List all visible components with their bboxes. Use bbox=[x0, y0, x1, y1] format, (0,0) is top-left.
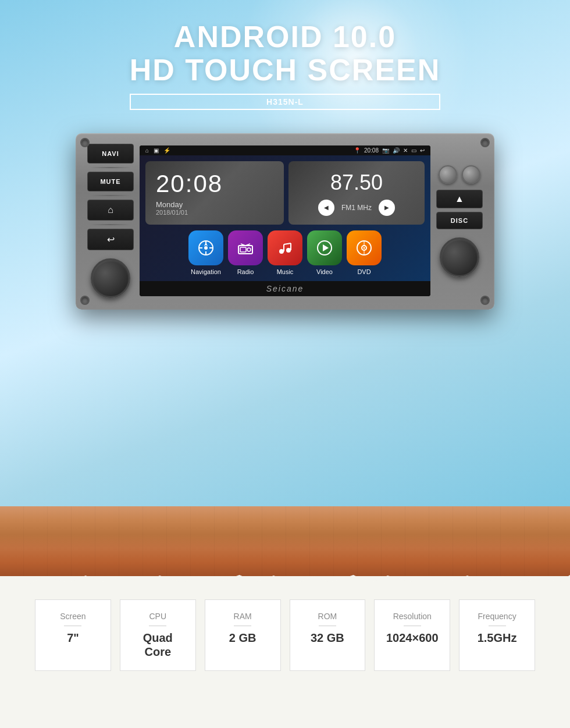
info-row: 20:08 Monday 2018/01/01 87.50 FM1 MHz bbox=[145, 161, 425, 225]
wood-surface bbox=[0, 506, 570, 576]
seicane-brand: Seicane bbox=[266, 284, 304, 293]
radio-next-button[interactable] bbox=[379, 200, 395, 216]
spec-rom-label: ROM bbox=[299, 612, 357, 621]
app-video[interactable]: Video bbox=[307, 230, 342, 275]
window-icon: ▭ bbox=[411, 147, 416, 154]
radio-controls: FM1 MHz bbox=[298, 200, 415, 216]
spec-screen-label: Screen bbox=[44, 612, 102, 621]
hero-title: ANDROID 10.0 HD TOUCH SCREEN H315N-L bbox=[130, 20, 441, 110]
spec-ram-value: 2 GB bbox=[214, 631, 272, 645]
clock-time: 20:08 bbox=[156, 170, 273, 198]
radio-icon-bg bbox=[228, 230, 263, 265]
svg-point-1 bbox=[204, 246, 208, 250]
spec-screen-value: 7" bbox=[44, 631, 102, 645]
close-icon: ✕ bbox=[403, 147, 408, 154]
spec-screen-divider bbox=[64, 626, 81, 626]
music-label: Music bbox=[277, 268, 294, 275]
mount-hole-bl bbox=[80, 296, 90, 305]
music-icon bbox=[276, 239, 294, 257]
knobs-row bbox=[439, 165, 480, 184]
spec-cpu-value: Quad Core bbox=[129, 631, 187, 659]
nav-label: Navigation bbox=[191, 268, 221, 275]
app-dvd[interactable]: DVD bbox=[347, 230, 382, 275]
hero-section: ANDROID 10.0 HD TOUCH SCREEN H315N-L NAV… bbox=[0, 0, 570, 506]
divider-2 bbox=[90, 195, 131, 196]
hero-line1: ANDROID 10.0 bbox=[130, 20, 441, 54]
home-button[interactable]: ⌂ bbox=[87, 200, 134, 221]
app-radio[interactable]: Radio bbox=[228, 230, 263, 275]
mount-hole-tr bbox=[480, 138, 490, 147]
clock-status: 20:08 bbox=[364, 147, 379, 154]
location-icon: 📍 bbox=[354, 147, 361, 154]
clock-date: 2018/01/01 bbox=[156, 209, 273, 216]
camera-icon: 📷 bbox=[382, 147, 389, 154]
nav-icon-bg bbox=[188, 230, 223, 265]
radio-widget[interactable]: 87.50 FM1 MHz bbox=[288, 161, 425, 225]
left-knob[interactable] bbox=[91, 258, 130, 298]
spec-ram-divider bbox=[234, 626, 251, 626]
divider-3 bbox=[90, 224, 131, 225]
clock-day: Monday bbox=[156, 200, 273, 209]
svg-line-16 bbox=[284, 243, 291, 244]
spec-rom-value: 32 GB bbox=[299, 631, 357, 645]
disc-button[interactable]: DISC bbox=[436, 212, 483, 229]
home-icon: ⌂ bbox=[145, 147, 149, 154]
video-icon-bg bbox=[307, 230, 342, 265]
svg-point-12 bbox=[279, 249, 284, 254]
knob-left-top[interactable] bbox=[439, 165, 457, 184]
knob-right-top[interactable] bbox=[462, 165, 480, 184]
spec-frequency: Frequency 1.5GHz bbox=[459, 599, 535, 671]
spec-frequency-value: 1.5GHz bbox=[468, 631, 526, 645]
navi-button[interactable]: NAVI bbox=[87, 144, 134, 164]
spec-screen: Screen 7" bbox=[35, 599, 111, 671]
svg-rect-8 bbox=[240, 247, 246, 252]
status-bar-right: 📍 20:08 📷 🔊 ✕ ▭ ↩ bbox=[354, 147, 425, 154]
hero-line2: HD TOUCH SCREEN bbox=[130, 54, 441, 87]
eject-button[interactable]: ▲ bbox=[436, 190, 483, 208]
video-icon bbox=[315, 239, 334, 257]
divider-1 bbox=[90, 167, 131, 168]
spec-cpu-label: CPU bbox=[129, 612, 187, 621]
seicane-bar: Seicane bbox=[140, 281, 430, 296]
svg-point-21 bbox=[364, 247, 365, 249]
dvd-label: DVD bbox=[357, 268, 370, 275]
spec-resolution-value: 1024×600 bbox=[383, 631, 441, 645]
status-bar-left: ⌂ ▣ ⚡ bbox=[145, 147, 170, 154]
specs-grid: Screen 7" CPU Quad Core RAM 2 GB ROM 32 … bbox=[35, 599, 535, 671]
spec-frequency-divider bbox=[489, 626, 506, 626]
clock-widget: 20:08 Monday 2018/01/01 bbox=[145, 161, 284, 225]
spec-cpu: CPU Quad Core bbox=[120, 599, 196, 671]
volume-icon: 🔊 bbox=[393, 147, 400, 154]
spec-resolution: Resolution 1024×600 bbox=[374, 599, 450, 671]
video-label: Video bbox=[316, 268, 333, 275]
right-knob[interactable] bbox=[440, 237, 479, 277]
svg-point-9 bbox=[247, 248, 251, 251]
screen-wrapper: ⌂ ▣ ⚡ 📍 20:08 📷 🔊 ✕ ▭ ↩ bbox=[140, 145, 430, 296]
dvd-icon bbox=[355, 239, 373, 257]
back-nav-icon: ↩ bbox=[420, 147, 425, 154]
music-icon-bg bbox=[268, 230, 302, 265]
mute-button[interactable]: MUTE bbox=[87, 172, 134, 191]
radio-icon bbox=[236, 239, 255, 257]
spec-resolution-label: Resolution bbox=[383, 612, 441, 621]
radio-label-app: Radio bbox=[237, 268, 254, 275]
svg-marker-6 bbox=[204, 242, 208, 246]
app-navigation[interactable]: Navigation bbox=[188, 230, 223, 275]
notification-icon: ▣ bbox=[154, 147, 159, 154]
mount-hole-br bbox=[480, 296, 490, 305]
radio-frequency: 87.50 bbox=[298, 171, 415, 195]
head-unit: NAVI MUTE ⌂ ↩ ⌂ ▣ ⚡ bbox=[76, 133, 494, 310]
device-container: NAVI MUTE ⌂ ↩ ⌂ ▣ ⚡ bbox=[76, 133, 494, 310]
spec-resolution-divider bbox=[404, 626, 421, 626]
spec-cpu-divider bbox=[149, 626, 166, 626]
status-bar: ⌂ ▣ ⚡ 📍 20:08 📷 🔊 ✕ ▭ ↩ bbox=[140, 145, 430, 155]
app-music[interactable]: Music bbox=[268, 230, 302, 275]
right-panel: ▲ DISC bbox=[436, 165, 483, 277]
left-panel: NAVI MUTE ⌂ ↩ bbox=[87, 144, 134, 298]
radio-prev-button[interactable] bbox=[318, 200, 334, 216]
model-badge: H315N-L bbox=[130, 94, 441, 110]
screen-content: 20:08 Monday 2018/01/01 87.50 FM1 MHz bbox=[140, 155, 430, 281]
back-button[interactable]: ↩ bbox=[87, 229, 134, 250]
specs-section: Screen 7" CPU Quad Core RAM 2 GB ROM 32 … bbox=[0, 576, 570, 728]
app-grid: Navigation bbox=[145, 230, 425, 275]
